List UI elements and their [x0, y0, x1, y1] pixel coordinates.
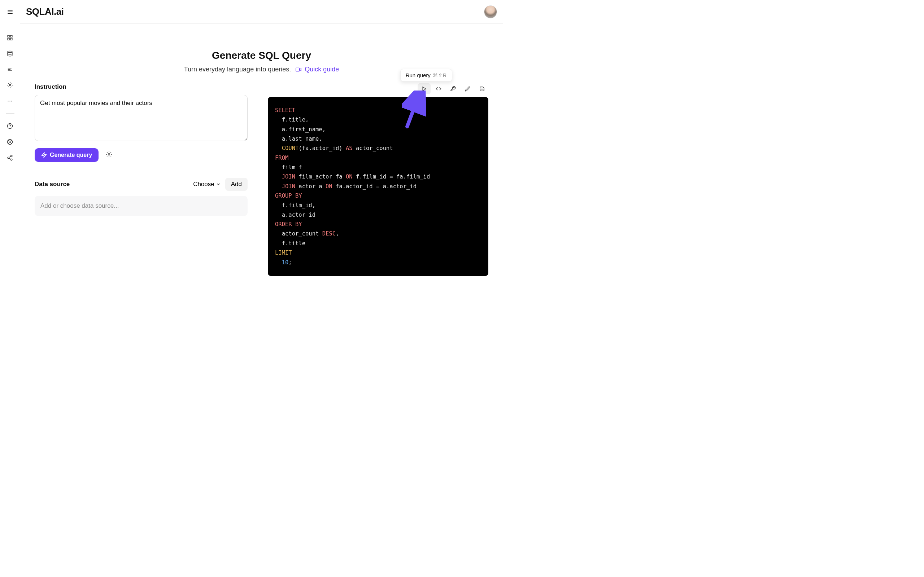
list-icon[interactable]: [0, 61, 20, 77]
sidebar: [0, 0, 20, 314]
save-button[interactable]: [475, 83, 488, 94]
generate-button[interactable]: Generate query: [35, 148, 99, 162]
data-source-label: Data source: [35, 181, 69, 188]
data-source-box[interactable]: Add or choose data source...: [35, 196, 247, 216]
svg-rect-6: [10, 38, 12, 40]
svg-point-11: [9, 84, 11, 86]
edit-button[interactable]: [461, 83, 474, 94]
svg-rect-28: [296, 68, 300, 71]
svg-line-26: [9, 158, 11, 159]
header: SQLAI.ai: [20, 0, 503, 24]
svg-point-23: [11, 155, 12, 156]
help-icon[interactable]: [0, 118, 20, 134]
svg-point-31: [108, 154, 110, 155]
gear-icon[interactable]: [0, 77, 20, 93]
page-title: Generate SQL Query: [35, 50, 488, 61]
svg-line-21: [11, 140, 12, 141]
dashboard-icon[interactable]: [0, 29, 20, 45]
video-icon: [296, 66, 303, 73]
run-query-tooltip: Run query ⌘⇧R: [400, 69, 452, 82]
database-icon[interactable]: [0, 45, 20, 61]
svg-line-20: [11, 142, 12, 143]
options-gear-icon[interactable]: [106, 151, 112, 159]
svg-marker-32: [423, 87, 426, 90]
svg-point-14: [11, 101, 12, 102]
svg-point-13: [10, 101, 10, 102]
support-icon[interactable]: [0, 134, 20, 150]
menu-icon[interactable]: [7, 9, 13, 16]
code-view-button[interactable]: [432, 83, 445, 94]
svg-rect-4: [10, 35, 12, 37]
svg-point-7: [8, 51, 12, 52]
sidebar-divider: [6, 113, 15, 114]
sql-output[interactable]: SELECT f.title, a.first_name, a.last_nam…: [268, 97, 488, 276]
chevron-down-icon: [216, 182, 221, 187]
svg-line-19: [8, 140, 9, 141]
code-toolbar: [268, 83, 488, 97]
avatar[interactable]: [484, 5, 497, 18]
share-icon[interactable]: [0, 150, 20, 166]
choose-button[interactable]: Choose: [193, 181, 221, 188]
main-content: SQLAI.ai Generate SQL Query Turn everyda…: [20, 0, 503, 314]
add-button[interactable]: Add: [225, 178, 247, 191]
logo[interactable]: SQLAI.ai: [26, 6, 63, 17]
svg-rect-3: [8, 35, 10, 37]
svg-line-27: [9, 156, 11, 157]
instruction-label: Instruction: [35, 83, 247, 90]
fix-button[interactable]: [446, 83, 459, 94]
svg-point-25: [11, 159, 12, 160]
svg-line-22: [8, 142, 9, 143]
more-icon[interactable]: [0, 93, 20, 109]
svg-point-24: [8, 157, 9, 158]
svg-marker-30: [42, 153, 46, 157]
quick-guide-link[interactable]: Quick guide: [305, 66, 339, 73]
svg-point-18: [9, 141, 11, 143]
svg-point-12: [8, 101, 8, 102]
svg-rect-5: [8, 38, 10, 40]
run-query-button[interactable]: [418, 83, 431, 94]
instruction-input[interactable]: [35, 95, 247, 141]
svg-marker-29: [300, 69, 301, 71]
